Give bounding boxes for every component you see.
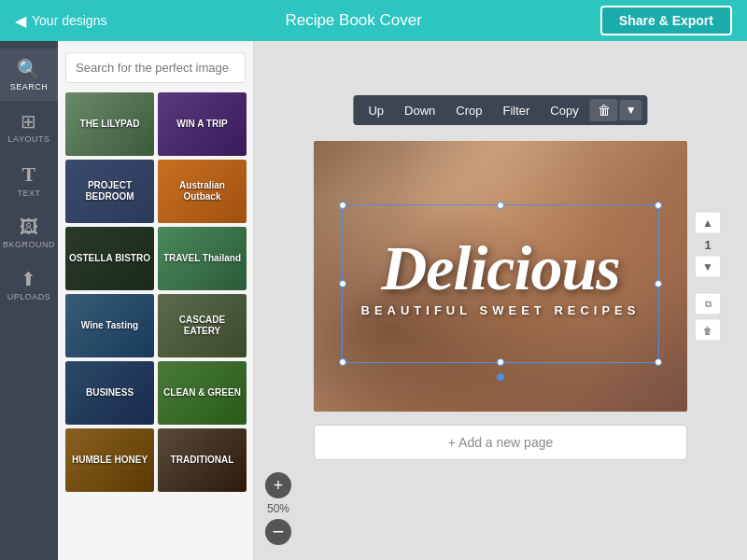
list-item[interactable]: PROJECT BEDROOM — [65, 160, 154, 223]
template-label: CASCADE EATERY — [158, 313, 247, 339]
zoom-in-button[interactable]: + — [265, 472, 291, 498]
handle-bottom-middle[interactable] — [497, 358, 504, 366]
template-label: WIN A TRIP — [175, 117, 229, 132]
sidebar-label-search: SEARCH — [10, 82, 49, 91]
list-item[interactable]: THE LILYPAD — [65, 92, 154, 156]
add-page-button[interactable]: + Add a new page — [314, 425, 687, 460]
handle-top-middle[interactable] — [497, 202, 504, 209]
zoom-level: 50% — [267, 502, 289, 515]
template-label: HUMBLE HONEY — [70, 453, 149, 468]
sidebar-label-background: BKGROUND — [3, 240, 55, 249]
handle-top-left[interactable] — [339, 202, 346, 209]
template-label: TRADITIONAL — [169, 453, 236, 468]
list-item[interactable]: WIN A TRIP — [158, 92, 247, 156]
search-icon: 🔍 — [17, 58, 41, 80]
delete-button[interactable]: 🗑 — [590, 99, 618, 121]
crop-button[interactable]: Crop — [446, 100, 491, 121]
layer-up-button[interactable]: ▲ — [695, 212, 721, 234]
list-item[interactable]: CLEAN & GREEN — [158, 361, 247, 425]
sidebar-label-uploads: UPLOADS — [7, 292, 51, 301]
page-title: Recipe Book Cover — [285, 11, 421, 30]
handle-middle-right[interactable] — [655, 280, 662, 287]
duplicate-button[interactable]: ⧉ — [695, 293, 721, 315]
up-button[interactable]: Up — [359, 100, 393, 121]
main-layout: 🔍 SEARCH ⊞ LAYOUTS T TEXT 🖼 BKGROUND ⬆ U… — [0, 41, 747, 560]
back-icon: ◀ — [15, 12, 26, 30]
edit-toolbar: Up Down Crop Filter Copy 🗑 ▼ — [353, 95, 647, 125]
template-label: Wine Tasting — [79, 318, 140, 333]
back-label: Your designs — [32, 13, 106, 28]
page-number: 1 — [704, 238, 711, 252]
canvas-area: Up Down Crop Filter Copy 🗑 ▼ Delicious B… — [254, 41, 747, 560]
sidebar-item-layouts[interactable]: ⊞ LAYOUTS — [0, 101, 58, 153]
right-tools: ▲ 1 ▼ ⧉ 🗑 — [695, 212, 721, 342]
more-options-button[interactable]: ▼ — [620, 100, 642, 120]
template-label: TRAVEL Thailand — [162, 251, 243, 266]
list-item[interactable]: OSTELLA BISTRO — [65, 227, 154, 290]
text-icon: T — [21, 162, 35, 187]
template-label: THE LILYPAD — [78, 117, 142, 132]
subtitle-canvas-text: BEAUTIFUL SWEET RECIPES — [361, 303, 641, 317]
list-item[interactable]: BUSINESS — [65, 361, 154, 425]
handle-top-right[interactable] — [655, 202, 662, 209]
delete-layer-button[interactable]: 🗑 — [695, 319, 721, 342]
sidebar-label-text: TEXT — [17, 189, 40, 198]
uploads-icon: ⬆ — [21, 268, 37, 290]
handle-rotate[interactable] — [497, 373, 504, 381]
zoom-controls: + 50% − — [265, 472, 291, 545]
canvas-text-group: Delicious BEAUTIFUL SWEET RECIPES — [361, 236, 641, 317]
down-button[interactable]: Down — [395, 100, 444, 121]
canvas-wrapper: Delicious BEAUTIFUL SWEET RECIPES — [314, 141, 687, 412]
handle-bottom-right[interactable] — [655, 358, 662, 366]
layer-down-button[interactable]: ▼ — [695, 256, 721, 278]
list-item[interactable]: HUMBLE HONEY — [65, 428, 154, 492]
sidebar: 🔍 SEARCH ⊞ LAYOUTS T TEXT 🖼 BKGROUND ⬆ U… — [0, 41, 58, 560]
filter-button[interactable]: Filter — [493, 100, 539, 121]
list-item[interactable]: TRADITIONAL — [158, 428, 247, 492]
template-label: CLEAN & GREEN — [162, 385, 243, 400]
sidebar-item-uploads[interactable]: ⬆ UPLOADS — [0, 259, 58, 311]
template-grid: THE LILYPAD WIN A TRIP PROJECT BEDROOM A… — [65, 92, 246, 492]
list-item[interactable]: Wine Tasting — [65, 294, 154, 357]
search-input[interactable] — [65, 52, 246, 83]
list-item[interactable]: Australian Outback — [158, 160, 247, 223]
zoom-out-button[interactable]: − — [265, 519, 291, 545]
template-label: OSTELLA BISTRO — [67, 251, 152, 266]
template-panel: THE LILYPAD WIN A TRIP PROJECT BEDROOM A… — [58, 41, 254, 560]
sidebar-item-background[interactable]: 🖼 BKGROUND — [0, 207, 58, 259]
template-label: Australian Outback — [158, 178, 247, 204]
layouts-icon: ⊞ — [21, 110, 37, 133]
handle-bottom-left[interactable] — [339, 358, 346, 366]
canvas-image[interactable]: Delicious BEAUTIFUL SWEET RECIPES — [314, 141, 687, 412]
list-item[interactable]: CASCADE EATERY — [158, 294, 247, 357]
copy-button[interactable]: Copy — [541, 100, 587, 121]
sidebar-item-search[interactable]: 🔍 SEARCH — [0, 49, 58, 101]
handle-middle-left[interactable] — [339, 280, 346, 287]
sidebar-label-layouts: LAYOUTS — [8, 134, 50, 144]
template-label: PROJECT BEDROOM — [65, 178, 154, 204]
main-canvas-text: Delicious — [361, 236, 641, 300]
template-label: BUSINESS — [84, 385, 135, 400]
topbar: ◀ Your designs Recipe Book Cover Share &… — [0, 0, 747, 41]
background-icon: 🖼 — [20, 217, 39, 238]
list-item[interactable]: TRAVEL Thailand — [158, 227, 247, 290]
sidebar-item-text[interactable]: T TEXT — [0, 153, 58, 207]
share-export-button[interactable]: Share & Export — [600, 6, 732, 35]
back-button[interactable]: ◀ Your designs — [15, 12, 106, 30]
